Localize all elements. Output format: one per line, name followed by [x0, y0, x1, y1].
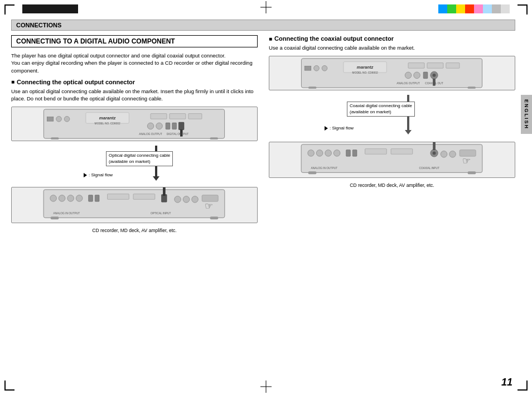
coaxial-bottom-device-diagram: ☞ ANALOG IN OUTPUT COAXIAL INPUT: [269, 142, 515, 179]
svg-rect-79: [308, 172, 317, 175]
swatch-red: [465, 4, 474, 13]
svg-rect-16: [166, 123, 170, 130]
signal-flow-right: : Signal flow: [325, 126, 354, 131]
svg-text:☞: ☞: [462, 155, 471, 166]
svg-rect-17: [172, 123, 177, 130]
section-title: CONNECTING TO A DIGITAL AUDIO COMPONENT: [11, 35, 258, 47]
svg-rect-72: [391, 149, 413, 155]
svg-text:ANALOG OUTPUT: ANALOG OUTPUT: [139, 133, 162, 136]
swatch-green: [447, 4, 456, 13]
connections-header: CONNECTIONS: [11, 20, 515, 31]
svg-point-54: [405, 72, 412, 79]
svg-text:DIGITAL OUTPUT: DIGITAL OUTPUT: [167, 133, 188, 136]
svg-rect-18: [178, 123, 184, 131]
coaxial-cable-area: Coaxial digital connecting cable (availa…: [269, 95, 515, 139]
page-number: 11: [501, 377, 512, 388]
coaxial-cable-label: Coaxial digital connecting cable (availa…: [347, 102, 415, 117]
svg-text:MODEL NO. CD6002: MODEL NO. CD6002: [352, 71, 378, 74]
svg-rect-12: [170, 114, 186, 119]
svg-point-25: [50, 195, 57, 202]
svg-rect-32: [133, 194, 155, 200]
svg-rect-51: [408, 63, 424, 69]
signal-flow-left: : Signal flow: [84, 172, 113, 177]
svg-text:marantz: marantz: [357, 65, 374, 70]
optical-cable-area: Optical digital connecting cable (availa…: [11, 146, 258, 185]
svg-rect-40: [210, 217, 219, 220]
color-swatches: [438, 4, 510, 13]
svg-rect-29: [89, 195, 93, 202]
english-tab: ENGLISH: [521, 95, 532, 134]
two-column-layout: CONNECTING TO A DIGITAL AUDIO COMPONENT …: [11, 35, 515, 233]
svg-point-36: [183, 196, 190, 203]
bottom-device-label-left: CD recorder, MD deck, AV amplifier, etc.: [11, 228, 258, 233]
svg-point-6: [56, 117, 62, 122]
swatch-gray: [492, 4, 501, 13]
svg-rect-53: [446, 63, 460, 69]
swatch-lightgray: [501, 4, 510, 13]
swatch-blue: [438, 4, 447, 13]
svg-text:ANALOG IN   OUTPUT: ANALOG IN OUTPUT: [311, 167, 338, 170]
svg-rect-75: [433, 142, 436, 150]
svg-point-15: [156, 123, 163, 130]
svg-point-77: [449, 151, 456, 158]
crosshair-top: [260, 1, 272, 15]
corner-mark-br: [518, 380, 528, 391]
svg-rect-30: [95, 195, 99, 202]
svg-rect-20: [51, 138, 59, 140]
svg-text:COAXIAL INPUT: COAXIAL INPUT: [419, 167, 439, 170]
corner-mark-bl: [4, 380, 14, 391]
svg-rect-52: [427, 63, 443, 69]
left-column: CONNECTING TO A DIGITAL AUDIO COMPONENT …: [11, 35, 258, 233]
intro-text: The player has one digital optical outpu…: [11, 52, 258, 74]
optical-body-text: Use an optical digital connecting cable …: [11, 88, 258, 103]
svg-rect-71: [365, 149, 387, 155]
svg-rect-13: [188, 114, 202, 119]
svg-rect-70: [352, 150, 357, 157]
svg-point-35: [175, 196, 181, 203]
svg-point-68: [333, 150, 340, 157]
cable-arrow: [153, 176, 159, 181]
svg-point-28: [76, 195, 83, 202]
svg-rect-34: [163, 187, 165, 196]
swatch-yellow: [456, 4, 465, 13]
svg-rect-31: [108, 194, 129, 200]
corner-mark-tr: [518, 4, 528, 15]
svg-rect-69: [346, 150, 351, 157]
svg-rect-80: [468, 172, 476, 175]
coaxial-heading: Connecting the coaxial output connector: [269, 35, 515, 42]
svg-point-14: [147, 123, 154, 130]
svg-text:MODEL NO. CD6002: MODEL NO. CD6002: [95, 122, 120, 125]
svg-point-7: [64, 117, 70, 122]
svg-point-76: [441, 151, 447, 158]
swatch-pink: [474, 4, 483, 13]
svg-point-26: [59, 195, 65, 202]
svg-point-55: [414, 72, 420, 79]
top-black-bar: [22, 4, 78, 13]
main-content: CONNECTIONS CONNECTING TO A DIGITAL AUDI…: [11, 20, 515, 378]
svg-point-37: [192, 196, 199, 203]
svg-rect-56: [423, 72, 428, 79]
arrow-icon-right: [325, 126, 328, 131]
optical-heading: Connecting the optical output connector: [11, 79, 258, 85]
optical-cable-label: Optical digital connecting cable (availa…: [106, 151, 173, 166]
svg-text:☞: ☞: [205, 200, 213, 211]
svg-rect-39: [51, 217, 59, 220]
svg-text:marantz: marantz: [99, 116, 116, 121]
optical-top-device-diagram: marantz MODEL NO. CD6002: [11, 107, 258, 142]
optical-bottom-device-diagram: ☞ ANALOG IN OUTPUT OPTICAL INPUT: [11, 187, 258, 224]
coaxial-top-device-diagram: marantz MODEL NO. CD6002 ANALOG OUTPU: [269, 56, 515, 91]
svg-point-65: [308, 150, 315, 157]
right-column: Connecting the coaxial output connector …: [269, 35, 515, 233]
svg-text:ANALOG OUTPUT: ANALOG OUTPUT: [396, 83, 419, 85]
svg-point-27: [67, 195, 74, 202]
svg-point-74: [433, 152, 436, 155]
svg-rect-61: [467, 86, 476, 89]
svg-text:ANALOG IN   OUTPUT: ANALOG IN OUTPUT: [54, 213, 80, 215]
svg-point-47: [322, 66, 327, 71]
svg-rect-11: [151, 114, 167, 119]
svg-rect-60: [308, 86, 317, 89]
svg-text:COAXIAL OUT: COAXIAL OUT: [425, 83, 443, 85]
swatch-lightblue: [483, 4, 492, 13]
svg-rect-21: [210, 138, 218, 140]
svg-point-67: [325, 150, 332, 157]
